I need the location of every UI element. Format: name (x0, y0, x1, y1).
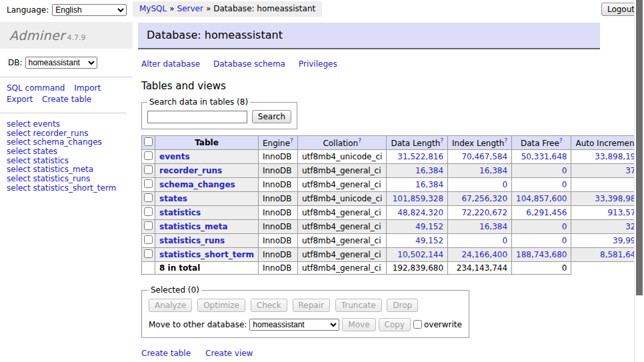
breadcrumb-mysql-link[interactable]: MySQL (139, 4, 167, 13)
sidebar-link-sql-command[interactable]: SQL command (7, 83, 65, 93)
data-free-link[interactable]: 0 (562, 222, 567, 231)
index-length-link[interactable]: 70,467,584 (461, 152, 507, 161)
bulk-drop-button[interactable]: Drop (387, 299, 418, 312)
index-length-link[interactable]: 0 (502, 180, 507, 189)
row-checkbox-cell (142, 164, 155, 178)
index-length-link[interactable]: 16,384 (479, 166, 507, 175)
sidebar-link-import[interactable]: Import (74, 83, 101, 93)
table-row-recorder_runs: recorder_runsInnoDButf8mb4_general_ci16,… (142, 164, 644, 178)
database-schema-link[interactable]: Database schema (213, 59, 285, 69)
row-checkbox-states[interactable] (144, 193, 153, 202)
index-length-link[interactable]: 24,166,400 (461, 250, 507, 259)
db-links: Alter databaseDatabase schemaPrivileges (141, 59, 607, 69)
bulk-truncate-button[interactable]: Truncate (335, 299, 382, 312)
row-checkbox-statistics_runs[interactable] (144, 235, 153, 244)
copy-button[interactable]: Copy (379, 318, 411, 331)
help-link[interactable]: ? (358, 137, 361, 144)
data-free-link[interactable]: 6,291,456 (526, 208, 567, 217)
data-length-link[interactable]: 10,502,144 (397, 250, 443, 259)
help-link[interactable]: ? (440, 137, 443, 144)
table-name-cell: schema_changes (155, 178, 259, 192)
overwrite-checkbox[interactable] (413, 320, 422, 329)
bulk-optimize-button[interactable]: Optimize (197, 299, 245, 312)
help-link[interactable]: ? (504, 137, 507, 144)
data-length-link[interactable]: 31,522,816 (397, 152, 443, 161)
data-free-cell: 104,857,600 (512, 192, 571, 206)
column-header-index-length: Index Length? (448, 136, 512, 150)
engine-cell: InnoDB (258, 220, 297, 234)
index-length-link[interactable]: 67,256,320 (461, 194, 507, 203)
table-name-cell: recorder_runs (155, 164, 259, 178)
table-row-statistics_short_term: statistics_short_termInnoDButf8mb4_gener… (142, 248, 644, 262)
data-length-cell: 48,824,320 (387, 206, 448, 220)
table-name-link-statistics[interactable]: statistics (159, 208, 201, 217)
scrollbar-thumb[interactable] (636, 0, 643, 295)
table-name-link-schema_changes[interactable]: schema_changes (159, 180, 235, 189)
privileges-link[interactable]: Privileges (299, 59, 337, 69)
data-free-link[interactable]: 104,857,600 (516, 194, 567, 203)
row-checkbox-statistics_meta[interactable] (144, 221, 153, 230)
search-button[interactable]: Search (252, 110, 291, 123)
vertical-scrollbar[interactable] (634, 0, 644, 362)
breadcrumb-server-link[interactable]: Server (177, 4, 203, 13)
search-input[interactable] (147, 111, 247, 123)
data-length-link[interactable]: 48,824,320 (397, 208, 443, 217)
sidebar-select-statistics[interactable]: select statistics (7, 157, 133, 165)
table-name-cell: events (155, 150, 259, 164)
sidebar-select-recorder-runs[interactable]: select recorder_runs (7, 129, 133, 138)
table-name-link-states[interactable]: states (159, 194, 187, 203)
sidebar-select-states[interactable]: select states (7, 147, 133, 156)
auto-increment-cell: 8,581,645 (571, 248, 644, 262)
help-link[interactable]: ? (559, 137, 563, 144)
data-free-link[interactable]: 0 (562, 166, 567, 175)
row-checkbox-events[interactable] (144, 151, 153, 160)
create-table-link[interactable]: Create table (141, 349, 191, 358)
select-all-checkbox[interactable] (144, 137, 153, 146)
alter-database-link[interactable]: Alter database (141, 59, 200, 69)
sidebar-select-statistics-runs[interactable]: select statistics_runs (7, 175, 133, 183)
data-free-link[interactable]: 50,331,648 (521, 152, 567, 161)
table-name-link-statistics_meta[interactable]: statistics_meta (159, 222, 228, 231)
row-checkbox-statistics[interactable] (144, 207, 153, 216)
row-checkbox-schema_changes[interactable] (144, 179, 153, 188)
bulk-check-button[interactable]: Check (251, 299, 287, 312)
bulk-repair-button[interactable]: Repair (293, 299, 330, 312)
table-name-link-recorder_runs[interactable]: recorder_runs (159, 166, 222, 175)
bulk-analyze-button[interactable]: Analyze (149, 299, 192, 312)
sidebar-select-statistics-short-term[interactable]: select statistics_short_term (7, 184, 133, 193)
data-length-link[interactable]: 49,152 (415, 236, 443, 245)
row-checkbox-statistics_short_term[interactable] (144, 249, 153, 258)
help-link[interactable]: ? (290, 137, 293, 144)
language-select[interactable]: English (52, 4, 127, 16)
language-row: Language:English (0, 0, 133, 20)
data-length-link[interactable]: 16,384 (415, 166, 443, 175)
language-label: Language: (7, 5, 49, 15)
table-row-statistics: statisticsInnoDButf8mb4_general_ci48,824… (142, 206, 644, 220)
move-button[interactable]: Move (342, 318, 375, 331)
sidebar-link-export[interactable]: Export (7, 95, 33, 104)
index-length-link[interactable]: 72,220,672 (461, 208, 507, 217)
collation-cell: utf8mb4_general_ci (297, 234, 387, 248)
table-header-row: TableEngine?Collation?Data Length?Index … (142, 136, 644, 150)
index-length-link[interactable]: 0 (502, 236, 507, 245)
db-select[interactable]: homeassistant (25, 57, 97, 69)
total-collation-cell: utf8mb4_general_ci (297, 262, 387, 275)
move-db-select[interactable]: homeassistant (249, 319, 339, 331)
data-length-link[interactable]: 101,859,328 (393, 194, 443, 203)
sidebar-link-create-table[interactable]: Create table (42, 95, 91, 104)
create-view-link[interactable]: Create view (205, 349, 253, 358)
data-length-link[interactable]: 49,152 (415, 222, 443, 231)
overwrite-label[interactable]: overwrite (424, 320, 462, 329)
sidebar-select-statistics-meta[interactable]: select statistics_meta (7, 165, 133, 174)
row-checkbox-recorder_runs[interactable] (144, 165, 153, 174)
table-name-link-statistics_runs[interactable]: statistics_runs (159, 236, 225, 245)
sidebar-select-events[interactable]: select events (7, 120, 133, 129)
data-length-link[interactable]: 16,384 (415, 180, 443, 189)
data-free-link[interactable]: 188,743,680 (516, 250, 567, 259)
sidebar-select-schema-changes[interactable]: select schema_changes (7, 138, 133, 147)
index-length-link[interactable]: 16,384 (479, 222, 507, 231)
table-name-link-events[interactable]: events (159, 152, 190, 161)
table-name-link-statistics_short_term[interactable]: statistics_short_term (159, 250, 254, 259)
data-free-link[interactable]: 0 (562, 236, 567, 245)
data-free-link[interactable]: 0 (562, 180, 567, 189)
